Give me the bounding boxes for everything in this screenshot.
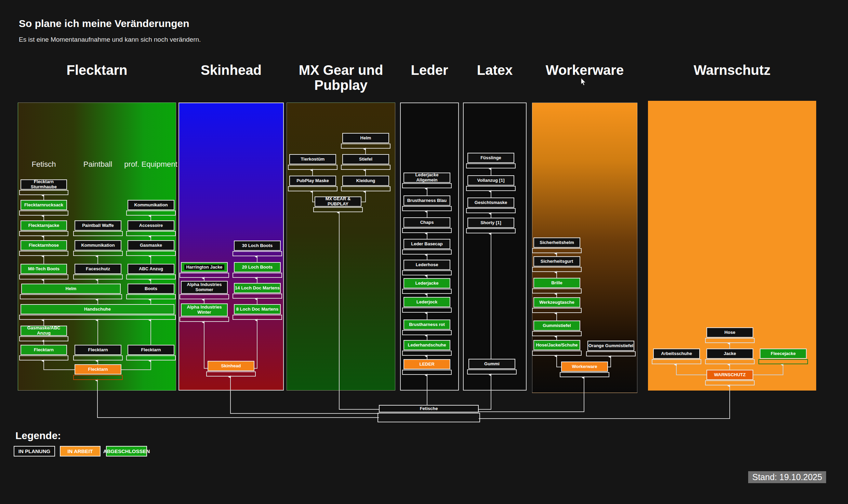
node-lederjacke[interactable]: Lederjacke xyxy=(403,278,450,294)
node-30-loch-boots[interactable]: 30 Loch Boots xyxy=(234,241,281,256)
node-footer xyxy=(402,351,452,356)
node-flecktarnhose[interactable]: Flecktarnhose xyxy=(21,240,67,256)
node-sicherheitshelm[interactable]: Sicherheitshelm xyxy=(533,237,580,253)
node-footer xyxy=(402,308,452,313)
node-faceschutz[interactable]: Faceschutz xyxy=(75,264,121,280)
node-gesichtsmaske[interactable]: Gesichtsmaske xyxy=(467,197,514,213)
node-flecktarnjacke[interactable]: Flecktarnjacke xyxy=(21,220,67,236)
node-footer xyxy=(233,294,282,299)
node-paintball-waffe[interactable]: Paintball Waffe xyxy=(75,220,121,236)
node-flecktarn-sturmhaube[interactable]: Flecktarn Sturmhaube xyxy=(21,179,67,195)
node-gummi[interactable]: Gummi xyxy=(468,359,515,374)
node-orange-gummistiefel[interactable]: Orange Gummistiefel xyxy=(587,341,634,356)
node-flecktarn[interactable]: Flecktarn xyxy=(128,345,174,360)
node-label: Orange Gummistiefel xyxy=(588,343,633,349)
node-shorty-1[interactable]: Shorty [1] xyxy=(467,218,514,233)
node-footer xyxy=(19,315,176,320)
node-skinhead[interactable]: Skinhead xyxy=(208,361,254,377)
node-stiefel[interactable]: Stiefel xyxy=(342,154,389,170)
node-vollanzug-1[interactable]: Vollanzug [1] xyxy=(467,175,514,191)
node-mx-gear-pubplay[interactable]: MX GEAR & PUBPLAY xyxy=(315,196,361,212)
node-pubplay-maske[interactable]: PubPlay Maske xyxy=(289,176,336,191)
node-label: MX GEAR & PUBPLAY xyxy=(315,196,361,207)
node-leder[interactable]: LEDER xyxy=(403,359,450,375)
node-20-loch-boots[interactable]: 20 Loch Boots xyxy=(234,262,281,278)
node-footer xyxy=(402,370,452,375)
node-kommunikation[interactable]: Kommunikation xyxy=(128,200,174,216)
node-f-sslinge[interactable]: Füsslinge xyxy=(467,153,514,168)
node-hose[interactable]: Hose xyxy=(706,327,753,343)
node-label: Gesichtsmaske xyxy=(475,200,507,205)
node-footer xyxy=(19,231,68,236)
node-footer xyxy=(532,288,582,294)
node-helm[interactable]: Helm xyxy=(342,133,389,149)
node-helm[interactable]: Helm xyxy=(21,284,121,299)
node-brustharness-blau[interactable]: Brustharness Blau xyxy=(403,195,450,211)
node-lederjacke-allgemein[interactable]: Lederjacke Allgemein xyxy=(403,173,450,188)
node-harrington-jacke[interactable]: Harrington Jacke xyxy=(181,262,228,278)
node-label: LEDER xyxy=(419,362,434,367)
page-subtitle: Es ist eine Momentanaufnahme und kann si… xyxy=(19,36,201,43)
node-accessoire[interactable]: Accessoire xyxy=(128,220,174,236)
node-sicherheitsgurt[interactable]: Sicherheitsgurt xyxy=(533,256,580,272)
node-lederjock[interactable]: Lederjock xyxy=(403,297,450,313)
node-footer xyxy=(402,270,452,275)
node-flecktarn[interactable]: Flecktarn xyxy=(75,345,121,360)
node-flecktarn[interactable]: Flecktarn xyxy=(75,364,121,380)
node-label: Kommunikation xyxy=(134,203,168,208)
node-workerware[interactable]: Workerware xyxy=(561,362,608,377)
node-label: Flecktarn Sturmhaube xyxy=(21,179,66,190)
node-footer xyxy=(180,273,229,278)
node-label: Mil-Tech Boots xyxy=(28,267,59,272)
subheader-paintball: Paintball xyxy=(83,160,112,169)
node-brille[interactable]: Brille xyxy=(533,278,580,294)
node-alpha-industries-winter[interactable]: Alpha Industries Winter xyxy=(181,303,228,322)
node-gasmaske-abc-anzug[interactable]: Gasmaske/ABC Anzug xyxy=(21,326,67,341)
node-footer xyxy=(180,317,229,322)
node-fleecejacke[interactable]: Fleecejacke xyxy=(760,349,807,364)
date-badge: Stand: 19.10.2025 xyxy=(748,471,826,483)
node-footer xyxy=(126,210,176,216)
column-warnschutz[interactable] xyxy=(648,101,816,391)
node-arbeitsschuhe[interactable]: Arbeitsschuhe xyxy=(653,349,700,364)
node-lederhose[interactable]: Lederhose xyxy=(403,260,450,275)
node-brustharness-rot[interactable]: Brustharness rot xyxy=(403,319,450,335)
node-kleidung[interactable]: Kleidung xyxy=(342,176,389,191)
node-14-loch-doc-martens[interactable]: 14 Loch Doc Martens xyxy=(234,283,281,299)
node-label: Kleidung xyxy=(356,178,375,183)
node-footer xyxy=(402,228,452,233)
node-gummistiefel[interactable]: Gummistiefel xyxy=(533,321,580,336)
node-flecktarnrucksack[interactable]: Flecktarnrucksack xyxy=(21,200,67,216)
node-warnschutz[interactable]: WARNSCHUTZ xyxy=(706,370,753,385)
node-mil-tech-boots[interactable]: Mil-Tech Boots xyxy=(21,264,67,280)
node-fetische[interactable]: Fetische xyxy=(379,405,479,422)
node-footer xyxy=(341,144,390,149)
node-tierkost-m[interactable]: Tierkostüm xyxy=(289,154,336,170)
node-werkzeugtasche[interactable]: Werkzeugtasche xyxy=(533,297,580,313)
node-alpha-industries-sommer[interactable]: Alpha Industries Sommer xyxy=(181,281,228,299)
node-leder-basecap[interactable]: Leder Basecap xyxy=(403,239,450,255)
node-label: Gummi xyxy=(484,362,500,367)
node-label: Tierkostüm xyxy=(301,157,325,162)
node-footer xyxy=(73,355,123,360)
node-boots[interactable]: Boots xyxy=(128,284,174,299)
node-chaps[interactable]: Chaps xyxy=(403,217,450,233)
node-abc-anzug[interactable]: ABC Anzug xyxy=(128,264,174,280)
column-title-workerware: Workerware xyxy=(532,63,637,78)
node-footer xyxy=(586,351,636,356)
node-flecktarn[interactable]: Flecktarn xyxy=(21,345,67,360)
node-gasmaske[interactable]: Gasmaske xyxy=(128,240,174,256)
node-jacke[interactable]: Jacke xyxy=(706,349,753,364)
node-footer xyxy=(377,413,480,422)
node-8-loch-doc-martens[interactable]: 8 Loch Doc Martens xyxy=(234,304,281,320)
node-handschuhe[interactable]: Handschuhe xyxy=(21,304,174,320)
column-latex[interactable] xyxy=(463,103,527,391)
legend-heading: Legende: xyxy=(15,430,61,441)
node-kommunikation[interactable]: Kommunikation xyxy=(75,240,121,256)
node-hose-jacke-schuhe[interactable]: Hose/Jacke/Schuhe xyxy=(533,340,580,356)
node-footer xyxy=(73,274,123,280)
node-label: PubPlay Maske xyxy=(296,178,329,183)
node-lederhandschuhe[interactable]: Lederhandschuhe xyxy=(403,340,450,356)
node-label: Skinhead xyxy=(221,364,241,369)
node-label: Helm xyxy=(360,136,371,141)
